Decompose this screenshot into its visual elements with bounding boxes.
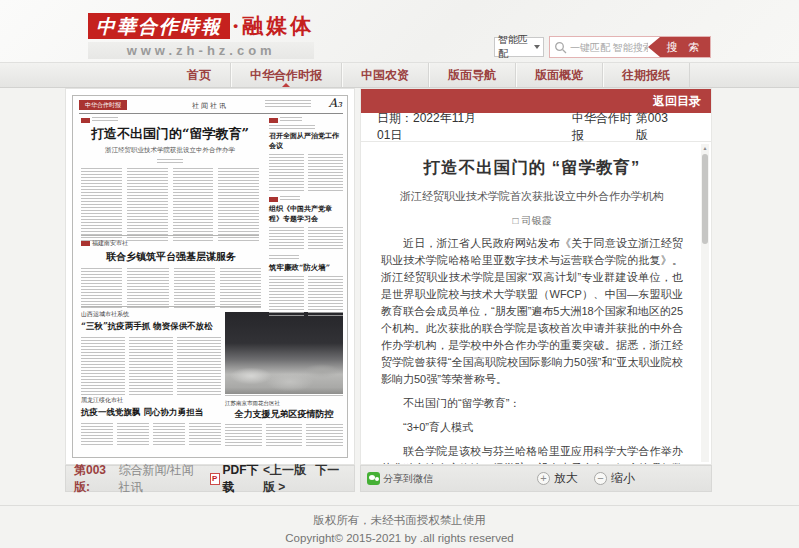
article-paragraph: 不出国门的“留学教育”： [381, 395, 683, 412]
site-logo[interactable]: 中華合作時報 ·融媒体 www.zh-hz.com [88, 12, 314, 59]
article-paragraph: 联合学院是该校与芬兰哈格哈里亚应用科学大学合作举办的非独立法人实体性二级学院，设… [381, 443, 683, 464]
text-lines [269, 255, 299, 260]
search-button[interactable]: 搜 索 [648, 37, 710, 57]
minus-icon [594, 472, 607, 485]
preview-tag-shanxi: 山西运城市社系统 [81, 311, 129, 317]
pagebar-page-number: 第003版: [74, 462, 114, 496]
search-icon [554, 41, 567, 54]
preview-tag-fujian: 福建南安市社 [92, 240, 128, 246]
pdf-icon [210, 473, 220, 485]
preview-main-subheadline: 浙江经贸职业技术学院获批设立中外合作办学 [81, 146, 259, 155]
preview-headline-jiangsu: 全力支援兄弟区疫情防控 [225, 408, 343, 421]
search-area: 智能匹配 搜 索 [494, 36, 711, 58]
preview-tag-jiangsu: 江苏南京市雨花台区社 [225, 400, 280, 406]
zoom-in-label: 放大 [554, 470, 578, 487]
article-subtitle: 浙江经贸职业技术学院首次获批设立中外合作办学机构 [381, 189, 683, 204]
preview-article-heilongjiang: 黑龙江绥化市社 抗疫一线党旗飘 同心协力勇担当 [81, 396, 221, 447]
share-label: 分享到微信 [383, 472, 433, 486]
prev-page-button[interactable]: <上一版 [263, 463, 306, 477]
article-paragraph: “3+0”育人模式 [381, 419, 683, 436]
site-header: 中華合作時報 ·融媒体 www.zh-hz.com 智能匹配 搜 索 [0, 0, 799, 62]
site-url: www.zh-hz.com [88, 42, 314, 59]
nav-item-page-overview[interactable]: 版面概览 [516, 63, 603, 87]
article-title: 打造不出国门的 “留学教育” [381, 157, 683, 179]
text-columns [81, 337, 221, 395]
scroll-up-arrow[interactable]: ▲ [701, 144, 709, 153]
search-box: 搜 索 [549, 36, 711, 58]
red-tag-icon [81, 118, 90, 123]
preview-headline-shanxi: “三秋”抗疫两手抓 物资保供不放松 [81, 321, 221, 333]
copyright-line-zh: 版权所有，未经书面授权禁止使用 [0, 513, 799, 528]
preview-main-headline: 打造不出国门的“留学教育” [81, 125, 259, 143]
text-lines [92, 117, 118, 122]
copyright-line-en: Copyright© 2015-2021 by .all rights rese… [0, 532, 799, 544]
chevron-down-icon [534, 45, 540, 49]
article-meta: 日期：2022年11月01日 中华合作时报 第003版 [361, 113, 711, 142]
photo-caption-lines [225, 395, 343, 398]
logo-box: 中華合作時報 [88, 13, 230, 39]
preview-article-fujian: 福建南安市社 联合乡镇筑平台强基层谋服务 [81, 239, 261, 310]
preview-right-column: 召开全面从严治党工作会议 组织《中国共产党章程》专题学习会 筑牢廉政“防火墙” [269, 117, 343, 316]
divider [81, 306, 261, 307]
zoom-out-label: 缩小 [611, 470, 635, 487]
text-columns [81, 168, 259, 242]
scrollbar-thumb[interactable] [702, 154, 708, 244]
article-toolbar: 分享到微信 放大 缩小 [360, 465, 712, 492]
article-date: 日期：2022年11月01日 [377, 110, 488, 144]
article-panel: 返回目录 日期：2022年11月01日 中华合作时报 第003版 打造不出国门的… [360, 88, 712, 465]
share-wechat-button[interactable]: 分享到微信 [367, 472, 433, 486]
red-tag-icon [269, 197, 278, 202]
divider [79, 113, 343, 114]
article-paragraph: 近日，浙江省人民政府网站发布《关于同意设立浙江经贸职业技术学院哈格哈里亚数字技术… [381, 235, 683, 388]
preview-article-shanxi: 山西运城市社系统 “三秋”抗疫两手抓 物资保供不放松 [81, 310, 221, 395]
search-mode-value: 智能匹配 [498, 33, 534, 61]
preview-right-headline-1: 召开全面从严治党工作会议 [269, 131, 343, 151]
text-lines [157, 159, 183, 163]
nav-item-china-nongzi[interactable]: 中国农资 [342, 63, 429, 87]
text-columns [81, 423, 221, 447]
page: 中華合作時報 ·融媒体 www.zh-hz.com 智能匹配 搜 索 首页 中华… [0, 0, 799, 548]
red-tag-icon [81, 241, 90, 246]
nav-item-past-issues[interactable]: 往期报纸 [603, 63, 690, 87]
divider [81, 235, 259, 236]
preview-main-story: 打造不出国门的“留学教育” 浙江经贸职业技术学院获批设立中外合作办学 [81, 117, 259, 242]
text-columns [225, 424, 343, 446]
pagebar-section-name: 综合新闻/社闻社讯 [118, 462, 202, 496]
article-paper-name: 中华合作时报 [572, 110, 636, 144]
nav-item-page-navigation[interactable]: 版面导航 [429, 63, 516, 87]
text-lines [280, 196, 300, 201]
logo-suffix: ·融媒体 [232, 12, 314, 40]
newspaper-page-image[interactable]: 中华合作时报 社闻社讯 A₃ 打造不出国门的“留学教育” 浙江经贸职业技术学院获… [72, 95, 348, 458]
plus-icon [537, 472, 550, 485]
preview-article-jiangsu: 江苏南京市雨花台区社 全力支援兄弟区疫情防控 [225, 400, 343, 446]
zoom-in-button[interactable]: 放大 [537, 470, 578, 487]
text-lines [265, 100, 311, 109]
main-nav: 首页 中华合作时报 中国农资 版面导航 版面概览 往期报纸 [0, 62, 799, 88]
preview-photo [225, 312, 343, 394]
site-footer: 版权所有，未经书面授权禁止使用 Copyright© 2015-2021 by … [0, 505, 799, 544]
preview-tag-heilongjiang: 黑龙江绥化市社 [81, 397, 123, 403]
zoom-out-button[interactable]: 缩小 [594, 470, 635, 487]
text-columns [269, 154, 343, 192]
preview-right-headline-3: 筑牢廉政“防火墙” [269, 263, 343, 273]
page-info-bar: 第003版: 综合新闻/社闻社讯 PDF下载 <上一版 下一版 > [65, 465, 355, 492]
nav-item-home[interactable]: 首页 [168, 63, 231, 87]
zoom-controls: 放大 缩小 [537, 470, 651, 487]
search-mode-select[interactable]: 智能匹配 [494, 37, 544, 57]
pdf-download-button[interactable]: PDF下载 [223, 462, 263, 496]
text-lines [269, 125, 315, 129]
preview-page-marker: A₃ [329, 96, 342, 110]
nav-item-zhhz-times[interactable]: 中华合作时报 [231, 63, 342, 87]
text-columns [81, 268, 261, 310]
article-author: □ 司银霞 [381, 214, 683, 228]
preview-right-headline-2: 组织《中国共产党章程》专题学习会 [269, 204, 343, 224]
preview-headline-fujian: 联合乡镇筑平台强基层谋服务 [81, 250, 261, 264]
search-input[interactable] [570, 37, 648, 57]
article-body: 打造不出国门的 “留学教育” 浙江经贸职业技术学院首次获批设立中外合作办学机构 … [361, 143, 699, 464]
article-scrollbar[interactable]: ▲ [701, 144, 709, 462]
newspaper-preview-panel: 中华合作时报 社闻社讯 A₃ 打造不出国门的“留学教育” 浙江经贸职业技术学院获… [65, 88, 355, 465]
text-columns [269, 227, 343, 251]
text-lines [280, 117, 302, 122]
article-page-number: 第003版 [636, 110, 675, 144]
text-columns [269, 276, 343, 316]
